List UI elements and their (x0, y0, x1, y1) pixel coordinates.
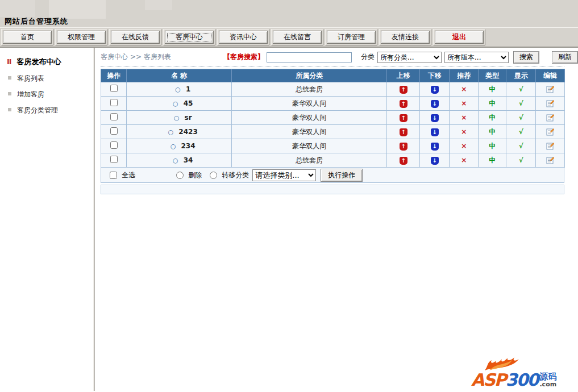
breadcrumb[interactable]: 客房中心 >> 客房列表 (101, 52, 171, 62)
nav-tab-group: 权限管理 (55, 29, 107, 45)
edit-icon[interactable] (546, 99, 555, 107)
execute-button[interactable]: 执行操作 (321, 169, 363, 182)
type-cell: 中 (479, 125, 506, 139)
recommend-off-icon[interactable]: × (461, 114, 467, 122)
bullet-circle-icon: ○ (173, 157, 178, 164)
move-down-icon[interactable]: ↓ (431, 128, 439, 136)
type-cell: 中 (479, 153, 506, 168)
sidebar-item-0[interactable]: 客房列表 (8, 74, 94, 84)
search-input[interactable] (267, 52, 352, 62)
move-up-icon[interactable]: ↑ (400, 86, 407, 94)
nav-tab-2[interactable]: 在线反馈 (111, 31, 160, 44)
category-select[interactable]: 所有分类... (377, 52, 442, 63)
type-icon[interactable]: 中 (489, 128, 496, 136)
nav-tab-0[interactable]: 首页 (3, 31, 52, 44)
sidebar-item-label: 客房分类管理 (17, 106, 58, 114)
nav-tab-5[interactable]: 在线留言 (273, 31, 322, 44)
nav-tab-7[interactable]: 友情连接 (381, 31, 430, 44)
logo-300-text: 300 (506, 373, 538, 387)
batch-action-bar: 全选 删除 转移分类 请选择类别... 执行操作 (101, 168, 564, 183)
sidebar-heading-label: 客房发布中心 (17, 57, 61, 66)
row-checkbox[interactable] (110, 85, 118, 92)
table-header-row: 操作名 称所属分类上移下移推荐类型显示编辑 (101, 69, 565, 82)
sidebar-item-2[interactable]: 客房分类管理 (8, 106, 94, 115)
move-up-cell: ↑ (387, 82, 420, 97)
recommend-cell: × (450, 139, 479, 153)
move-up-cell: ↑ (387, 139, 420, 153)
edit-icon[interactable] (546, 128, 555, 136)
type-cell: 中 (479, 82, 506, 97)
recommend-off-icon[interactable]: × (461, 156, 467, 164)
display-on-icon[interactable]: √ (519, 99, 523, 107)
recommend-off-icon[interactable]: × (461, 142, 467, 150)
move-up-icon[interactable]: ↑ (400, 157, 407, 165)
nav-tab-1[interactable]: 权限管理 (57, 31, 106, 44)
move-up-cell: ↑ (387, 153, 420, 168)
recommend-off-icon[interactable]: × (461, 99, 467, 107)
delete-radio[interactable] (176, 172, 184, 179)
move-down-icon[interactable]: ↓ (431, 114, 439, 122)
row-checkbox[interactable] (110, 99, 118, 106)
table-row: ○2423豪华双人间↑↓×中√ (101, 125, 565, 139)
move-down-icon[interactable]: ↓ (431, 86, 439, 94)
room-name-cell: ○45 (127, 97, 232, 111)
display-on-icon[interactable]: √ (519, 114, 523, 122)
transfer-category-radio[interactable] (210, 172, 217, 179)
nav-tab-group: 资讯中心 (217, 29, 269, 45)
row-checkbox[interactable] (110, 127, 118, 135)
select-all-checkbox[interactable] (110, 172, 117, 179)
nav-tab-3[interactable]: 客房中心 (165, 31, 214, 44)
room-name-cell: ○1 (127, 82, 232, 97)
column-header: 显示 (506, 69, 536, 82)
nav-tab-4[interactable]: 资讯中心 (219, 31, 268, 44)
row-checkbox[interactable] (110, 113, 118, 120)
recommend-cell: × (450, 97, 479, 111)
type-icon[interactable]: 中 (489, 156, 496, 164)
display-on-icon[interactable]: √ (519, 156, 523, 164)
move-down-icon[interactable]: ↓ (431, 143, 439, 151)
display-on-icon[interactable]: √ (519, 142, 523, 150)
search-button[interactable]: 搜索 (513, 51, 539, 64)
display-cell: √ (506, 97, 536, 111)
type-cell: 中 (479, 111, 506, 125)
recommend-off-icon[interactable]: × (461, 128, 467, 136)
edit-icon[interactable] (546, 85, 555, 93)
move-up-icon[interactable]: ↑ (400, 100, 407, 108)
asp300-logo: ASP300 源码 .com (471, 357, 572, 390)
type-icon[interactable]: 中 (489, 142, 496, 150)
type-icon[interactable]: 中 (489, 99, 496, 107)
display-on-icon[interactable]: √ (519, 85, 523, 93)
column-header: 类型 (479, 69, 506, 82)
sidebar-item-label: 增加客房 (17, 90, 44, 98)
room-category-cell: 豪华双人间 (232, 139, 387, 153)
version-select[interactable]: 所有版本... (444, 52, 509, 63)
sidebar-item-1[interactable]: 增加客房 (8, 90, 94, 99)
refresh-button[interactable]: 刷新 (552, 51, 578, 64)
edit-icon[interactable] (546, 142, 555, 150)
move-up-icon[interactable]: ↑ (400, 128, 407, 136)
row-checkbox[interactable] (110, 141, 118, 149)
move-up-icon[interactable]: ↑ (400, 143, 407, 151)
batch-category-select[interactable]: 请选择类别... (252, 169, 316, 181)
edit-icon[interactable] (546, 156, 555, 164)
move-up-icon[interactable]: ↑ (400, 114, 407, 122)
type-icon[interactable]: 中 (489, 114, 496, 122)
nav-tab-group: 友情连接 (379, 29, 431, 45)
room-name: 34 (184, 156, 193, 164)
select-all-label: 全选 (122, 170, 135, 180)
nav-tab-8[interactable]: 退出 (435, 31, 484, 44)
table-footer-bar (101, 185, 564, 194)
nav-tab-6[interactable]: 订房管理 (327, 31, 376, 44)
move-down-icon[interactable]: ↓ (431, 157, 439, 165)
recommend-off-icon[interactable]: × (461, 85, 467, 93)
edit-icon[interactable] (546, 114, 555, 122)
table-row: ○45豪华双人间↑↓×中√ (101, 97, 565, 111)
room-name-cell: ○2423 (127, 125, 232, 139)
type-icon[interactable]: 中 (489, 85, 496, 93)
table-row: ○234豪华双人间↑↓×中√ (101, 139, 565, 153)
move-down-cell: ↓ (420, 82, 450, 97)
row-checkbox[interactable] (110, 156, 118, 163)
table-row: ○sr豪华双人间↑↓×中√ (101, 111, 565, 125)
move-down-icon[interactable]: ↓ (431, 100, 439, 108)
display-on-icon[interactable]: √ (519, 128, 523, 136)
